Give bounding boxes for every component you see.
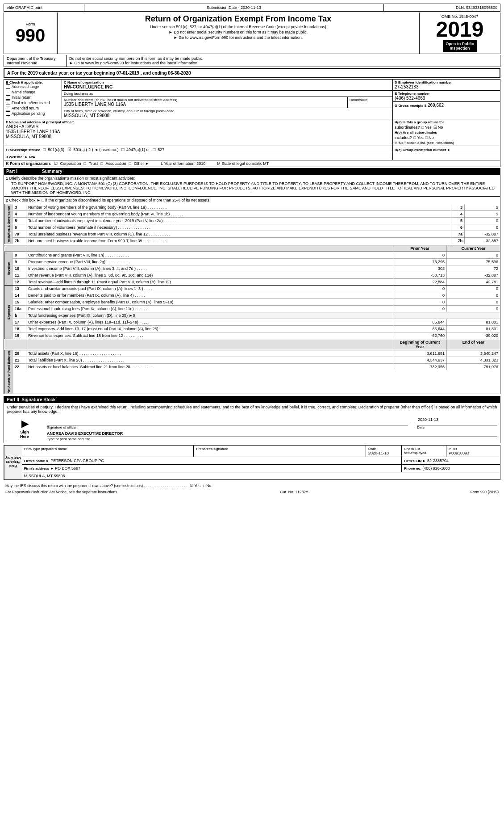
ptin-value: P00910393 — [449, 451, 498, 455]
line11-desc: Other revenue (Part VIII, column (A), li… — [26, 272, 393, 278]
line13-desc: Grants and similar amounts paid (Part IX… — [26, 286, 393, 292]
line18-desc: Total expenses. Add lines 13–17 (must eq… — [26, 326, 393, 332]
line5-num: 5 — [13, 218, 26, 224]
subtitle1: Under section 501(c), 527, or 4947(a)(1)… — [61, 25, 415, 29]
line11-prior: -50,713 — [393, 272, 446, 278]
initial-return-check[interactable]: Initial return — [6, 95, 60, 100]
address-change-label: Address change — [12, 84, 39, 89]
line7a-num: 7a — [13, 231, 26, 237]
line8-current: 0 — [446, 252, 500, 258]
preparer-date-value: 2020-11-10 — [368, 451, 399, 455]
col-prior-header: Prior Year — [393, 245, 446, 252]
line17-num: 17 — [13, 319, 26, 325]
address-change-checkbox[interactable] — [6, 84, 10, 89]
ha-label: H(a) Is this a group return for — [395, 120, 444, 124]
address-change-check[interactable]: Address change — [6, 84, 60, 89]
sig-date-label: Date — [417, 425, 497, 429]
line7b-num: 7b — [13, 238, 26, 244]
line12-desc: Total revenue—add lines 8 through 11 (mu… — [26, 279, 393, 285]
hb-yes: Yes — [417, 135, 424, 140]
firm-ein-value: 82-2385704 — [427, 458, 449, 463]
line11-num: 11 — [13, 272, 26, 278]
signature-line[interactable] — [47, 416, 408, 425]
line19-num: 19 — [13, 332, 26, 339]
initial-return-checkbox[interactable] — [6, 95, 10, 100]
f-label: F Name and address of principal officer: — [6, 120, 391, 124]
phone-cell: Phone no. (406) 926-1800 — [402, 465, 500, 472]
name-change-checkbox[interactable] — [6, 90, 10, 94]
ha-yes: Yes — [425, 125, 432, 130]
subtitle3: ► Go to www.irs.gov/Form990 for instruct… — [61, 35, 415, 40]
city-value: MISSOULA, MT 59808 — [64, 113, 391, 118]
taxyear-row: A For the 2019 calendar year, or tax yea… — [4, 68, 500, 78]
line3-desc: Number of voting members of the governin… — [26, 204, 451, 210]
k-corp: Corporation — [60, 161, 81, 166]
line10-desc: Investment income (Part VIII, column (A)… — [26, 265, 393, 272]
ein-value: 27-2532183 — [395, 84, 498, 89]
line8-prior: 0 — [393, 252, 446, 258]
name-change-check[interactable]: Name change — [6, 90, 60, 94]
year-2019: 2019 — [436, 19, 484, 40]
sig-date-value: 2020-11-13 — [417, 416, 497, 425]
irs-discuss-text: May the IRS discuss this return with the… — [5, 483, 187, 488]
line5-desc: Total number of individuals employed in … — [26, 218, 451, 224]
application-pending-checkbox[interactable] — [6, 111, 10, 116]
line6-num: 6 — [13, 224, 26, 231]
line5-label: 5 — [451, 218, 464, 224]
line17-prior: 85,644 — [393, 319, 446, 325]
final-return-check[interactable]: Final return/terminated — [6, 101, 60, 105]
omb-box: OMB No. 1545-0047 2019 Open to Public In… — [420, 13, 500, 54]
col-current-header: Current Year — [446, 245, 500, 252]
line13-prior: 0 — [393, 286, 446, 292]
line7b-desc: Net unrelated business taxable income fr… — [26, 238, 451, 244]
officer-city: MISSOULA, MT 59808 — [6, 134, 391, 139]
revenue-side-label: Revenue — [4, 252, 13, 285]
i-527: 527 — [158, 147, 164, 152]
line6-desc: Total number of volunteers (estimate if … — [26, 224, 451, 231]
k-trust: Trust — [89, 161, 98, 166]
line13-current: 0 — [446, 286, 500, 292]
line1-num: 1 — [6, 176, 8, 181]
application-pending-check[interactable]: Application pending — [6, 111, 60, 116]
line10-num: 10 — [13, 265, 26, 272]
form-number-box: Form 990 — [4, 13, 58, 54]
line16a-desc: Professional fundraising fees (Part IX, … — [26, 306, 393, 312]
line18-current: 81,801 — [446, 326, 500, 332]
line8-desc: Contributions and grants (Part VIII, lin… — [26, 252, 393, 258]
print-name-cell: Print/Type preparer's name — [22, 446, 194, 457]
final-return-checkbox[interactable] — [6, 101, 10, 105]
c-label: C Name of organization — [64, 80, 391, 84]
open-inspection: Open to Public Inspection — [443, 40, 477, 52]
line7a-desc: Total unrelated business revenue from Pa… — [26, 231, 451, 237]
dln-label: DLN: 93493318095800 — [384, 4, 500, 11]
street-value: 1535 LIBERTY LANE NO 116A — [64, 102, 346, 107]
m-label: M State of legal domicile: MT — [217, 161, 269, 166]
subtitle2: ► Do not enter social security numbers o… — [61, 30, 415, 34]
line1-text: TO SUPPORT HOMEWORD, INC. A MONTANA 501 … — [6, 181, 498, 195]
line14-desc: Benefits paid to or for members (Part IX… — [26, 292, 393, 298]
main-title: Return of Organization Exempt From Incom… — [61, 14, 415, 24]
activities-governance-label: Activities & Governance — [4, 204, 13, 244]
line20-desc: Total assets (Part X, line 16) . . . . .… — [26, 350, 393, 357]
line12-prior: 22,884 — [393, 279, 446, 285]
line21-desc: Total liabilities (Part X, line 26) . . … — [26, 357, 393, 363]
sign-here-label: ▶ Sign Here — [7, 416, 42, 441]
line3-label: 3 — [451, 204, 464, 210]
amended-return-check[interactable]: Amended return — [6, 106, 60, 110]
k-label: K Form of organization: — [6, 161, 51, 166]
line14-num: 14 — [13, 292, 26, 298]
line15-current: 0 — [446, 299, 500, 305]
amended-return-checkbox[interactable] — [6, 106, 10, 110]
line12-current: 42,781 — [446, 279, 500, 285]
line14-current: 0 — [446, 292, 500, 298]
line22-begin: -732,956 — [393, 364, 446, 370]
date-cell: Date 2020-11-10 — [366, 446, 402, 457]
i-501c3: 501(c)(3) — [48, 147, 64, 152]
k-assoc: Association — [106, 161, 126, 166]
line4-num: 4 — [13, 211, 26, 217]
form-990: 990 — [16, 26, 46, 44]
paperwork-text: For Paperwork Reduction Act Notice, see … — [5, 490, 118, 494]
line21-begin: 4,344,637 — [393, 357, 446, 363]
initial-return-label: Initial return — [12, 95, 31, 100]
line22-desc: Net assets or fund balances. Subtract li… — [26, 364, 393, 370]
